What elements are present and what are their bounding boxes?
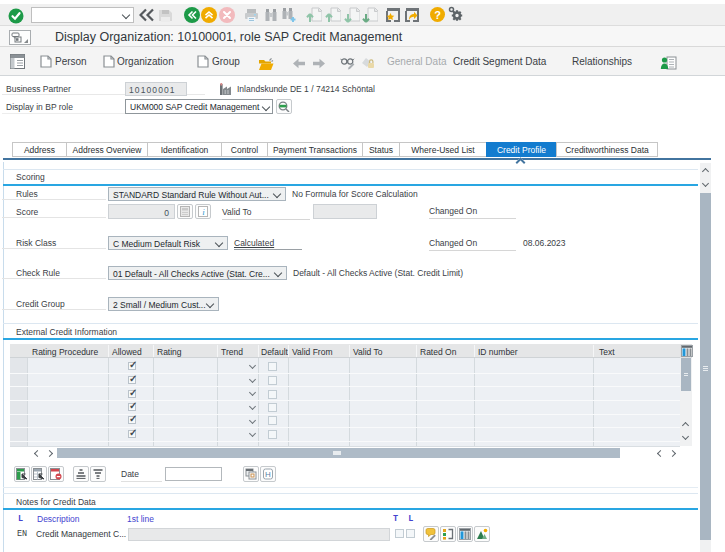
svg-text:?: ? xyxy=(434,9,441,21)
svg-text:H: H xyxy=(265,470,271,479)
